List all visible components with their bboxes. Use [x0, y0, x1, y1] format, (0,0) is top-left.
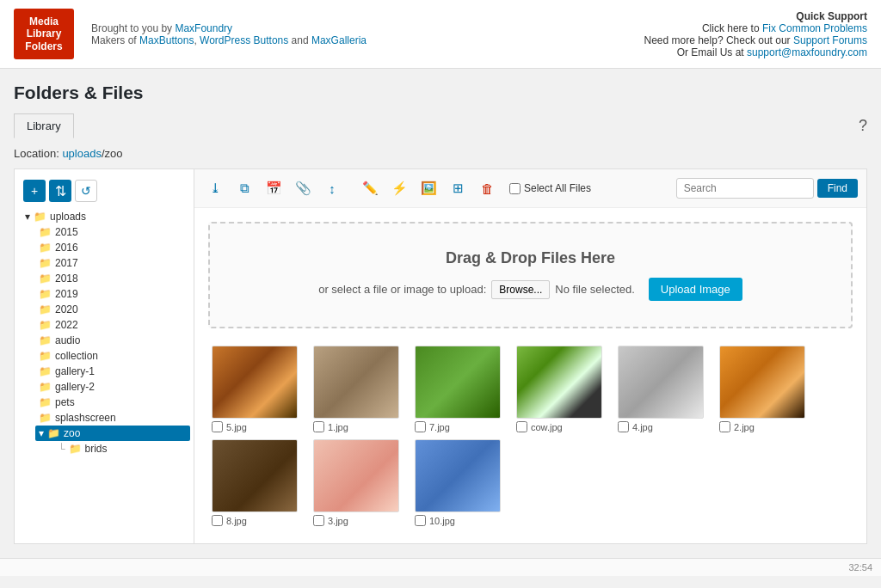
maxbuttons-link[interactable]: MaxButtons: [139, 34, 194, 46]
file-check-wrap: 7.jpg: [415, 421, 509, 432]
file-check-wrap: 1.jpg: [313, 421, 408, 432]
tree-item-pets[interactable]: 📁pets: [35, 395, 190, 410]
delete-button[interactable]: 🗑: [475, 176, 499, 200]
file-thumbnail[interactable]: [313, 439, 399, 512]
folder-icon: 📁: [39, 257, 52, 269]
file-checkbox[interactable]: [415, 421, 426, 432]
tree-item-2017[interactable]: 📁2017: [35, 255, 190, 271]
tree-item-collection[interactable]: 📁collection: [35, 348, 190, 364]
file-thumbnail[interactable]: [415, 346, 501, 419]
file-checkbox[interactable]: [415, 515, 426, 526]
tree-item-2016[interactable]: 📁2016: [35, 240, 190, 255]
file-check-wrap: 4.jpg: [618, 421, 712, 432]
page-content: Folders & Files Library ? Location: uplo…: [0, 69, 881, 558]
tree-label: splashscreen: [55, 412, 116, 424]
file-checkbox[interactable]: [212, 515, 223, 526]
search-input[interactable]: [676, 178, 814, 199]
tree-item-gallery-2[interactable]: 📁gallery-2: [35, 379, 190, 395]
browse-button[interactable]: Browse...: [491, 280, 550, 299]
folder-icon: 📁: [39, 288, 52, 300]
folder-icon: 📁: [39, 365, 52, 377]
file-thumbnail[interactable]: [313, 346, 399, 419]
file-thumbnail[interactable]: [212, 346, 298, 419]
tab-library[interactable]: Library: [14, 113, 74, 138]
file-checkbox[interactable]: [516, 421, 527, 432]
tree-label: 2022: [55, 319, 78, 331]
folder-icon: 📁: [39, 226, 52, 238]
logo-line3: Folders: [22, 40, 65, 52]
attach-button[interactable]: 📎: [291, 176, 315, 200]
grid-button[interactable]: ⊞: [446, 176, 470, 200]
file-name: 10.jpg: [429, 516, 455, 526]
file-name: cow.jpg: [531, 422, 563, 432]
copy-button[interactable]: ⧉: [232, 176, 256, 200]
tree-label: pets: [55, 396, 75, 408]
list-item: 10.jpg: [415, 439, 509, 526]
maxfoundry-link[interactable]: MaxFoundry: [175, 22, 232, 34]
drop-zone: Drag & Drop Files Here or select a file …: [208, 222, 853, 328]
flash-button[interactable]: ⚡: [387, 176, 411, 200]
tree-item-zoo[interactable]: ▾ 📁 zoo: [35, 426, 190, 441]
wp-buttons-link[interactable]: WordPress Buttons: [200, 34, 288, 46]
tree-item-brids[interactable]: └ 📁 brids: [49, 441, 190, 456]
tree-label: 2017: [55, 257, 78, 269]
tree-item-2015[interactable]: 📁2015: [35, 224, 190, 240]
location-link[interactable]: uploads: [62, 147, 102, 160]
tree-item-2019[interactable]: 📁2019: [35, 286, 190, 302]
folder-tree: ▾ 📁 uploads 📁2015 📁2016 📁2017 📁2018 📁201…: [18, 209, 190, 456]
file-check-wrap: 10.jpg: [415, 515, 509, 526]
tree-children-zoo: └ 📁 brids: [35, 441, 190, 456]
file-name: 5.jpg: [226, 422, 247, 432]
select-all-label[interactable]: Select All Files: [524, 182, 591, 194]
file-checkbox[interactable]: [313, 515, 324, 526]
file-thumbnail[interactable]: [618, 346, 704, 419]
tree-item-2018[interactable]: 📁2018: [35, 271, 190, 286]
tree-item-splashscreen[interactable]: 📁splashscreen: [35, 410, 190, 426]
tree-label: audio: [55, 334, 80, 346]
select-all-checkbox[interactable]: [509, 183, 521, 194]
tree-item-uploads[interactable]: ▾ 📁 uploads: [22, 209, 190, 224]
add-folder-button[interactable]: +: [23, 180, 46, 202]
maxgalleria-link[interactable]: MaxGalleria: [311, 34, 367, 46]
search-wrap: Find: [676, 178, 858, 199]
content-area: ⤓ ⧉ 📅 📎 ↕ ✏️ ⚡ 🖼️ ⊞ 🗑 Select All Files F…: [194, 168, 867, 544]
file-checkbox[interactable]: [313, 421, 324, 432]
main-layout: + ⇅ ↺ ▾ 📁 uploads 📁2015 📁2016 📁2017 📁201…: [14, 168, 867, 544]
folder-icon: 📁: [39, 396, 52, 408]
help-icon[interactable]: ?: [859, 117, 867, 135]
sort-button[interactable]: ↕: [320, 176, 344, 200]
folder-icon: 📁: [39, 381, 52, 393]
tree-item-gallery-1[interactable]: 📁gallery-1: [35, 364, 190, 379]
find-button[interactable]: Find: [817, 179, 858, 198]
file-checkbox[interactable]: [212, 421, 223, 432]
tree-item-audio[interactable]: 📁audio: [35, 333, 190, 348]
email-link[interactable]: support@maxfoundry.com: [747, 46, 867, 58]
top-bar: Media Library Folders Brought to you by …: [0, 0, 881, 69]
refresh-button[interactable]: ↺: [75, 180, 97, 202]
upload-button[interactable]: Upload Image: [649, 278, 742, 301]
folder-icon: 📁: [39, 319, 52, 331]
import-button[interactable]: ⤓: [203, 176, 227, 200]
file-thumbnail[interactable]: [415, 439, 501, 512]
list-item: 8.jpg: [212, 439, 306, 526]
tree-item-2022[interactable]: 📁2022: [35, 317, 190, 333]
calendar-button[interactable]: 📅: [262, 176, 286, 200]
tree-toggle-zoo: ▾: [39, 427, 44, 439]
file-checkbox[interactable]: [719, 421, 730, 432]
location-rest: /zoo: [102, 147, 123, 160]
folder-icon-uploads: 📁: [34, 211, 46, 223]
fix-common-problems-link[interactable]: Fix Common Problems: [762, 22, 867, 34]
image-button[interactable]: 🖼️: [416, 176, 440, 200]
header-info: Brought to you by MaxFoundry Makers of M…: [91, 22, 627, 46]
move-folder-button[interactable]: ⇅: [49, 180, 71, 202]
file-thumbnail[interactable]: [719, 346, 805, 419]
support-forums-link[interactable]: Support Forums: [793, 34, 867, 46]
tree-item-2020[interactable]: 📁2020: [35, 302, 190, 317]
file-checkbox[interactable]: [618, 421, 629, 432]
file-thumbnail[interactable]: [212, 439, 298, 512]
edit-button[interactable]: ✏️: [358, 176, 382, 200]
tree-label: 2016: [55, 242, 78, 254]
folder-icon: 📁: [39, 334, 52, 346]
file-name: 3.jpg: [328, 516, 348, 526]
file-thumbnail[interactable]: [516, 346, 602, 419]
